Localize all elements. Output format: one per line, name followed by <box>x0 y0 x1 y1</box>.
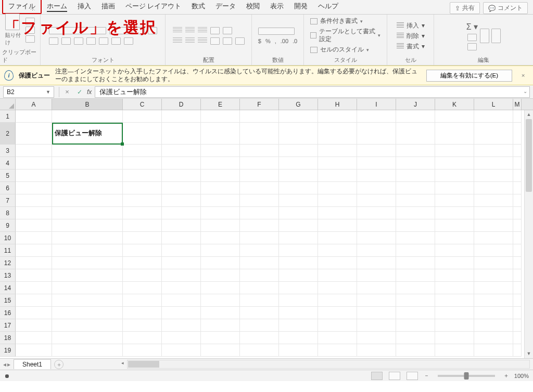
cell-B6[interactable] <box>52 182 123 194</box>
cell-L6[interactable] <box>474 182 513 194</box>
cell-E2[interactable] <box>201 123 240 145</box>
cell-E13[interactable] <box>201 269 240 282</box>
cell-G7[interactable] <box>279 194 318 207</box>
cell-M4[interactable] <box>513 157 522 169</box>
cell-E10[interactable] <box>201 232 240 244</box>
cell-E11[interactable] <box>201 244 240 257</box>
cell-L5[interactable] <box>474 169 513 182</box>
cell-I16[interactable] <box>357 307 396 319</box>
cell-D5[interactable] <box>162 169 201 182</box>
cell-A13[interactable] <box>16 269 52 282</box>
cell-K12[interactable] <box>435 257 474 269</box>
row-header-13[interactable]: 13 <box>0 269 16 282</box>
cell-I6[interactable] <box>357 182 396 194</box>
cell-K11[interactable] <box>435 244 474 257</box>
cell-M18[interactable] <box>513 332 522 344</box>
scroll-thumb-horizontal[interactable] <box>128 361 159 368</box>
column-header-M[interactable]: M <box>513 99 522 110</box>
cell-G5[interactable] <box>279 169 318 182</box>
cell-J19[interactable] <box>396 344 435 357</box>
tab-data[interactable]: データ <box>210 0 241 14</box>
row-header-16[interactable]: 16 <box>0 307 16 319</box>
cell-F4[interactable] <box>240 157 279 169</box>
cell-I17[interactable] <box>357 319 396 332</box>
cell-B17[interactable] <box>52 319 123 332</box>
cell-F19[interactable] <box>240 344 279 357</box>
cell-H12[interactable] <box>318 257 357 269</box>
cell-J10[interactable] <box>396 232 435 244</box>
cell-D10[interactable] <box>162 232 201 244</box>
insert-cells[interactable]: 挿入▾ <box>396 21 426 30</box>
cell-M10[interactable] <box>513 232 522 244</box>
cell-G16[interactable] <box>279 307 318 319</box>
row-header-15[interactable]: 15 <box>0 294 16 307</box>
cell-L11[interactable] <box>474 244 513 257</box>
cell-A5[interactable] <box>16 169 52 182</box>
cell-A7[interactable] <box>16 194 52 207</box>
row-header-9[interactable]: 9 <box>0 219 16 232</box>
enter-formula-button[interactable]: ✓ <box>73 88 86 96</box>
column-header-F[interactable]: F <box>240 99 279 110</box>
formula-input[interactable]: 保護ビュー解除 ⌄ <box>95 86 530 98</box>
page-layout-view-button[interactable] <box>389 372 400 380</box>
cell-E18[interactable] <box>201 332 240 344</box>
cell-G6[interactable] <box>279 182 318 194</box>
cell-L14[interactable] <box>474 282 513 294</box>
cell-B10[interactable] <box>52 232 123 244</box>
cell-A12[interactable] <box>16 257 52 269</box>
cell-D7[interactable] <box>162 194 201 207</box>
cell-K14[interactable] <box>435 282 474 294</box>
cell-J9[interactable] <box>396 219 435 232</box>
column-header-C[interactable]: C <box>123 99 162 110</box>
cell-K17[interactable] <box>435 319 474 332</box>
row-header-17[interactable]: 17 <box>0 319 16 332</box>
cell-G15[interactable] <box>279 294 318 307</box>
tab-insert[interactable]: 挿入 <box>72 0 96 14</box>
decrease-indent[interactable] <box>210 37 220 45</box>
cell-I5[interactable] <box>357 169 396 182</box>
cell-C3[interactable] <box>123 145 162 157</box>
increase-indent[interactable] <box>223 37 232 45</box>
cell-F17[interactable] <box>240 319 279 332</box>
currency-button[interactable]: $ <box>258 38 261 44</box>
cell-A10[interactable] <box>16 232 52 244</box>
cell-A6[interactable] <box>16 182 52 194</box>
cell-I15[interactable] <box>357 294 396 307</box>
cell-H3[interactable] <box>318 145 357 157</box>
cell-L19[interactable] <box>474 344 513 357</box>
cell-K6[interactable] <box>435 182 474 194</box>
row-header-8[interactable]: 8 <box>0 207 16 219</box>
decrease-font[interactable] <box>148 27 157 34</box>
cell-H14[interactable] <box>318 282 357 294</box>
tab-draw[interactable]: 描画 <box>96 0 120 14</box>
tab-view[interactable]: 表示 <box>265 0 289 14</box>
chevron-down-icon[interactable]: ▼ <box>46 89 50 95</box>
cell-M17[interactable] <box>513 319 522 332</box>
sheet-tab-1[interactable]: Sheet1 <box>14 359 51 369</box>
cell-G8[interactable] <box>279 207 318 219</box>
cell-J5[interactable] <box>396 169 435 182</box>
cell-K7[interactable] <box>435 194 474 207</box>
cell-C13[interactable] <box>123 269 162 282</box>
close-protected-bar[interactable]: × <box>517 72 529 79</box>
format-as-table[interactable]: テーブルとして書式設定▾ <box>309 27 382 44</box>
cell-A4[interactable] <box>16 157 52 169</box>
format-cells[interactable]: 書式▾ <box>396 42 426 51</box>
copy-button[interactable] <box>26 27 35 34</box>
tab-review[interactable]: 校閲 <box>241 0 265 14</box>
column-header-G[interactable]: G <box>279 99 318 110</box>
cell-H17[interactable] <box>318 319 357 332</box>
cell-K15[interactable] <box>435 294 474 307</box>
autosum-button[interactable]: Σ ▾ <box>466 22 478 32</box>
row-header-14[interactable]: 14 <box>0 282 16 294</box>
cell-A14[interactable] <box>16 282 52 294</box>
zoom-out-button[interactable]: － <box>424 372 429 380</box>
underline-button[interactable] <box>74 37 83 45</box>
cell-L8[interactable] <box>474 207 513 219</box>
increase-font[interactable] <box>135 27 145 34</box>
conditional-formatting[interactable]: 条件付き書式▾ <box>309 17 364 25</box>
merge-center[interactable] <box>235 37 245 45</box>
cell-I19[interactable] <box>357 344 396 357</box>
zoom-in-button[interactable]: ＋ <box>503 372 509 380</box>
fill-button[interactable] <box>467 34 477 41</box>
